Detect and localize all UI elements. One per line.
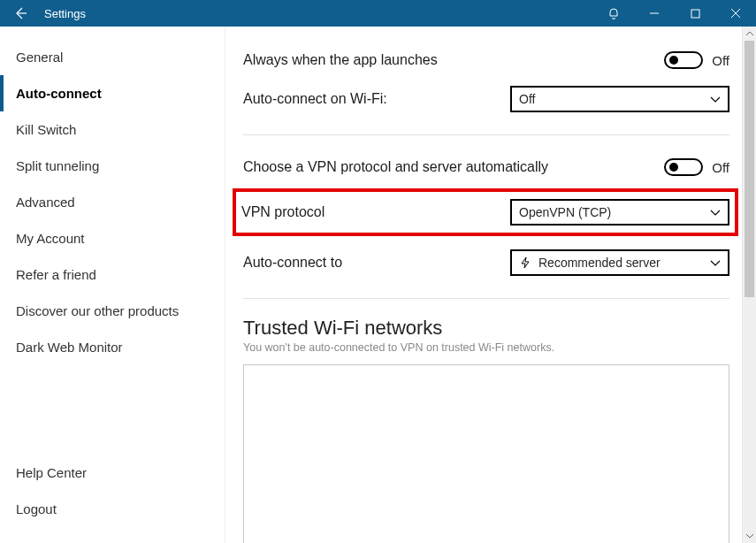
vpn-protocol-value: OpenVPN (TCP) [519, 205, 611, 219]
sidebar-item-split-tunneling[interactable]: Split tunneling [0, 148, 225, 184]
scroll-down-arrow-icon[interactable] [743, 529, 756, 543]
maximize-icon [691, 9, 700, 19]
bell-icon [607, 6, 621, 20]
auto-protocol-toggle[interactable] [664, 158, 703, 176]
content-panel: Always when the app launches Off Auto-co… [225, 27, 756, 543]
close-button[interactable] [715, 0, 756, 27]
minimize-icon [649, 8, 660, 19]
wifi-autoconnect-select[interactable]: Off [510, 86, 729, 112]
chevron-down-icon [710, 256, 721, 270]
divider [243, 298, 729, 299]
sidebar-item-discover[interactable]: Discover our other products [0, 293, 225, 329]
wifi-autoconnect-label: Auto-connect on Wi-Fi: [243, 91, 387, 107]
vpn-protocol-row: VPN protocol OpenVPN (TCP) [241, 196, 729, 228]
window-title: Settings [44, 7, 86, 20]
launch-toggle-state: Off [712, 53, 729, 68]
trusted-title: Trusted Wi-Fi networks [243, 317, 729, 340]
auto-protocol-label: Choose a VPN protocol and server automat… [243, 159, 548, 175]
scroll-thumb[interactable] [745, 41, 754, 297]
launch-toggle-row: Always when the app launches Off [243, 41, 729, 80]
sidebar-item-auto-connect[interactable]: Auto-connect [0, 75, 225, 111]
sidebar-item-general[interactable]: General [0, 39, 225, 75]
minimize-button[interactable] [634, 0, 675, 27]
back-button[interactable] [0, 0, 41, 27]
arrow-left-icon [13, 6, 27, 20]
sidebar-item-my-account[interactable]: My Account [0, 220, 225, 256]
auto-connect-to-select[interactable]: Recommended server [510, 249, 729, 276]
auto-protocol-row: Choose a VPN protocol and server automat… [243, 148, 729, 187]
sidebar-item-refer[interactable]: Refer a friend [0, 256, 225, 293]
svg-rect-0 [691, 10, 699, 18]
lightning-icon [519, 256, 531, 269]
auto-protocol-state: Off [712, 160, 729, 175]
maximize-button[interactable] [675, 0, 715, 27]
vpn-protocol-label: VPN protocol [241, 204, 325, 220]
sidebar: General Auto-connect Kill Switch Split t… [0, 27, 225, 543]
auto-connect-to-value: Recommended server [538, 256, 661, 270]
auto-connect-to-label: Auto-connect to [243, 255, 342, 271]
close-icon [730, 8, 741, 19]
sidebar-item-logout[interactable]: Logout [0, 491, 225, 527]
launch-toggle-label: Always when the app launches [243, 52, 438, 68]
trusted-wifi-list[interactable] [243, 364, 729, 543]
divider [243, 134, 729, 135]
scrollbar[interactable] [742, 27, 756, 543]
highlight-annotation: VPN protocol OpenVPN (TCP) [233, 188, 738, 236]
notification-button[interactable] [593, 0, 634, 27]
sidebar-item-advanced[interactable]: Advanced [0, 184, 225, 220]
vpn-protocol-select[interactable]: OpenVPN (TCP) [510, 199, 729, 226]
sidebar-item-kill-switch[interactable]: Kill Switch [0, 111, 225, 148]
wifi-autoconnect-row: Auto-connect on Wi-Fi: Off [243, 80, 729, 119]
auto-connect-to-row: Auto-connect to Recommended server [243, 243, 729, 282]
sidebar-item-dark-web[interactable]: Dark Web Monitor [0, 329, 225, 365]
trusted-subtitle: You won't be auto-connected to VPN on tr… [243, 341, 729, 354]
titlebar: Settings [0, 0, 756, 27]
chevron-down-icon [710, 92, 721, 106]
wifi-autoconnect-value: Off [519, 92, 535, 106]
launch-toggle[interactable] [664, 51, 703, 69]
chevron-down-icon [710, 205, 721, 219]
sidebar-item-help-center[interactable]: Help Center [0, 455, 225, 491]
scroll-up-arrow-icon[interactable] [743, 27, 756, 41]
